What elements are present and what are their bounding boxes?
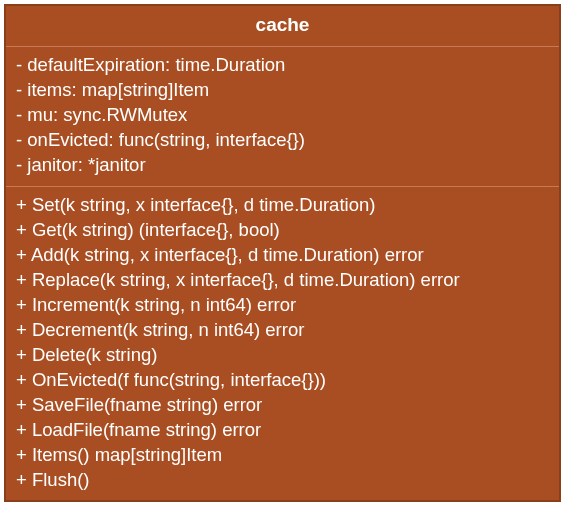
method-row: + Get(k string) (interface{}, bool): [16, 218, 549, 243]
method-row: + SaveFile(fname string) error: [16, 393, 549, 418]
method-row: + OnEvicted(f func(string, interface{})): [16, 368, 549, 393]
method-row: + Decrement(k string, n int64) error: [16, 318, 549, 343]
class-name: cache: [6, 6, 559, 47]
method-row: + Replace(k string, x interface{}, d tim…: [16, 268, 549, 293]
uml-class-box: cache - defaultExpiration: time.Duration…: [4, 4, 561, 502]
attribute-row: - janitor: *janitor: [16, 153, 549, 178]
method-row: + LoadFile(fname string) error: [16, 418, 549, 443]
attribute-row: - items: map[string]Item: [16, 78, 549, 103]
method-row: + Delete(k string): [16, 343, 549, 368]
method-row: + Increment(k string, n int64) error: [16, 293, 549, 318]
methods-section: + Set(k string, x interface{}, d time.Du…: [6, 187, 559, 501]
method-row: + Set(k string, x interface{}, d time.Du…: [16, 193, 549, 218]
method-row: + Add(k string, x interface{}, d time.Du…: [16, 243, 549, 268]
attributes-section: - defaultExpiration: time.Duration - ite…: [6, 47, 559, 187]
attribute-row: - defaultExpiration: time.Duration: [16, 53, 549, 78]
method-row: + Items() map[string]Item: [16, 443, 549, 468]
attribute-row: - onEvicted: func(string, interface{}): [16, 128, 549, 153]
method-row: + Flush(): [16, 468, 549, 493]
attribute-row: - mu: sync.RWMutex: [16, 103, 549, 128]
